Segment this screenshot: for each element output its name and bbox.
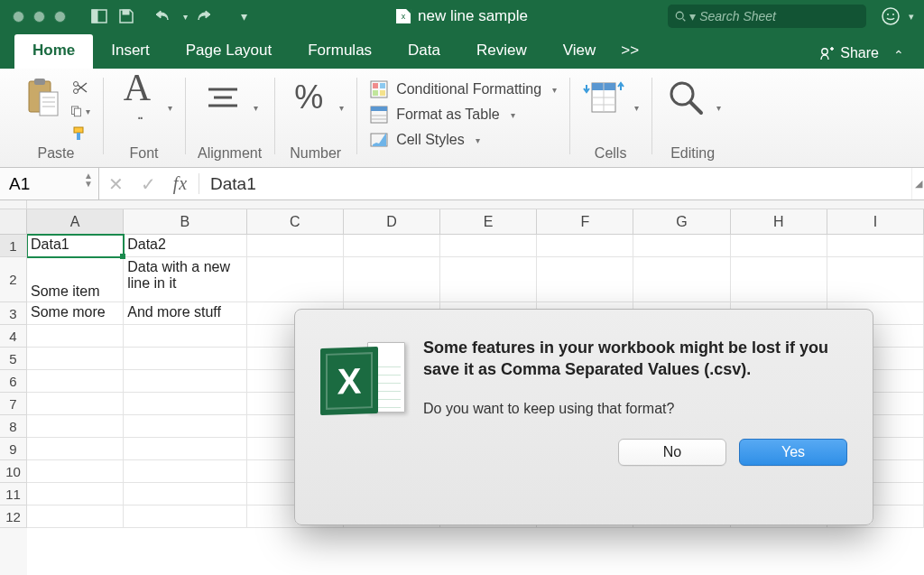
cell[interactable]	[731, 235, 827, 257]
tab-data[interactable]: Data	[390, 34, 458, 69]
column-header[interactable]: D	[344, 209, 440, 235]
cell[interactable]	[27, 415, 124, 438]
insert-function-button[interactable]: fx	[164, 168, 197, 199]
cell[interactable]	[27, 325, 124, 348]
row-header[interactable]: 6	[0, 370, 27, 393]
no-button[interactable]: No	[618, 439, 726, 466]
cells-button[interactable]	[582, 76, 625, 119]
cell[interactable]	[124, 460, 246, 483]
cell[interactable]	[124, 393, 246, 415]
undo-button[interactable]	[149, 3, 176, 30]
row-header[interactable]: 10	[0, 460, 27, 483]
close-window-icon[interactable]	[13, 11, 24, 23]
cell[interactable]	[731, 257, 827, 302]
cell[interactable]	[124, 505, 246, 528]
undo-dropdown[interactable]: ▾	[176, 3, 190, 30]
tabs-overflow[interactable]: >>	[614, 34, 646, 69]
cell-B1[interactable]: Data2	[124, 235, 246, 257]
tab-page-layout[interactable]: Page Layout	[168, 34, 290, 69]
cell[interactable]	[124, 415, 246, 438]
tab-insert[interactable]: Insert	[93, 34, 168, 69]
cell-styles-button[interactable]: Cell Styles ▾	[369, 128, 557, 152]
cell[interactable]	[124, 483, 246, 505]
conditional-formatting-button[interactable]: Conditional Formatting ▾	[369, 78, 557, 101]
cell[interactable]	[124, 325, 246, 348]
save-button[interactable]	[113, 3, 140, 30]
row-header[interactable]: 1	[0, 235, 27, 257]
row-header[interactable]: 3	[0, 302, 27, 325]
column-header[interactable]: A	[27, 209, 124, 235]
alignment-button[interactable]	[201, 76, 245, 119]
cell[interactable]	[440, 257, 537, 302]
row-header[interactable]: 2	[0, 257, 27, 302]
namebox-down-icon[interactable]: ▼	[84, 180, 93, 188]
minimize-window-icon[interactable]	[33, 11, 45, 23]
cell[interactable]	[124, 370, 246, 393]
feedback-dropdown[interactable]: ▾	[904, 3, 919, 30]
cell[interactable]	[344, 235, 440, 257]
accept-formula-button[interactable]: ✓	[132, 168, 164, 199]
share-button[interactable]: Share	[809, 38, 888, 69]
tab-view[interactable]: View	[545, 34, 614, 69]
name-box[interactable]: A1 ▲▼	[0, 168, 99, 199]
row-header[interactable]: 12	[0, 505, 27, 528]
column-header[interactable]: I	[827, 209, 924, 235]
select-all-button[interactable]	[0, 209, 27, 235]
cancel-formula-button[interactable]: ✕	[99, 168, 132, 199]
row-header[interactable]: 4	[0, 325, 27, 348]
select-all-corner-strip[interactable]	[0, 200, 27, 209]
cell[interactable]	[537, 235, 633, 257]
maximize-window-icon[interactable]	[54, 11, 66, 23]
row-header[interactable]: 8	[0, 415, 27, 438]
cell[interactable]	[124, 438, 246, 460]
formula-input[interactable]: Data1	[201, 168, 911, 199]
tab-review[interactable]: Review	[458, 34, 545, 69]
cell-A1[interactable]: Data1	[27, 235, 124, 257]
column-header[interactable]: B	[124, 209, 246, 235]
cell-B3[interactable]: And more stuff	[124, 302, 246, 325]
format-painter-button[interactable]	[70, 125, 90, 144]
cell[interactable]	[827, 235, 924, 257]
cell[interactable]	[633, 235, 730, 257]
cell[interactable]	[27, 483, 124, 505]
collapse-ribbon-button[interactable]: ⌃	[888, 42, 910, 69]
cell[interactable]	[633, 257, 730, 302]
yes-button[interactable]: Yes	[739, 439, 847, 466]
row-header[interactable]: 9	[0, 438, 27, 460]
column-header[interactable]: F	[537, 209, 633, 235]
format-as-table-button[interactable]: Format as Table ▾	[369, 103, 557, 126]
cell[interactable]	[27, 438, 124, 460]
row-header[interactable]: 7	[0, 393, 27, 415]
column-header[interactable]: C	[247, 209, 344, 235]
cell[interactable]	[27, 505, 124, 528]
cell[interactable]	[247, 235, 344, 257]
cell[interactable]	[124, 348, 246, 370]
cell[interactable]	[247, 257, 344, 302]
redo-button[interactable]	[190, 3, 217, 30]
number-format-button[interactable]: %	[287, 76, 330, 119]
expand-formula-bar[interactable]: ◢	[911, 168, 924, 199]
cell[interactable]	[827, 257, 924, 302]
column-header[interactable]: E	[440, 209, 537, 235]
cell[interactable]	[27, 370, 124, 393]
search-sheet-box[interactable]: ▾	[668, 5, 866, 28]
quick-access-overflow[interactable]: ▾	[230, 3, 257, 30]
column-header[interactable]: H	[731, 209, 827, 235]
editing-button[interactable]	[664, 76, 707, 119]
cell[interactable]	[27, 348, 124, 370]
cell[interactable]	[537, 257, 633, 302]
font-button[interactable]: A ..	[116, 76, 159, 119]
cell[interactable]	[440, 235, 537, 257]
tab-home[interactable]: Home	[14, 34, 93, 69]
paste-button[interactable]	[22, 76, 65, 119]
row-header[interactable]: 5	[0, 348, 27, 370]
cell[interactable]	[344, 257, 440, 302]
cell-B2[interactable]: Data with a new line in it	[124, 257, 246, 302]
column-header[interactable]: G	[633, 209, 730, 235]
row-header[interactable]: 11	[0, 483, 27, 505]
cell[interactable]	[27, 460, 124, 483]
cell[interactable]	[27, 393, 124, 415]
feedback-smiley-icon[interactable]	[877, 6, 904, 26]
search-input[interactable]	[699, 9, 859, 23]
toggle-sidebar-button[interactable]	[86, 3, 113, 30]
